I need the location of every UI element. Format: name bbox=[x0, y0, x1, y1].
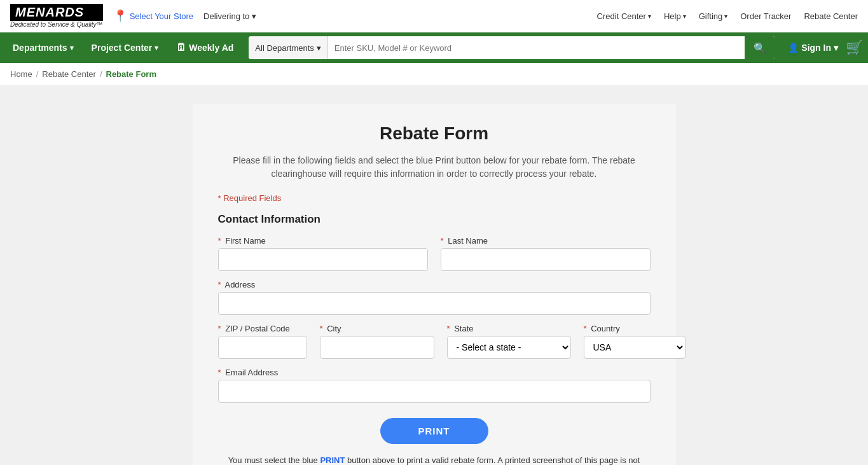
weekly-ad-nav[interactable]: 🗓 Weekly Ad bbox=[169, 32, 241, 63]
help-link[interactable]: Help ▾ bbox=[664, 11, 686, 21]
country-field: * Country USA Canada bbox=[584, 324, 685, 359]
rebate-center-link[interactable]: Rebate Center bbox=[804, 11, 858, 21]
gifting-link[interactable]: Gifting ▾ bbox=[699, 11, 728, 21]
required-star: * bbox=[218, 280, 221, 289]
breadcrumb-rebate-center[interactable]: Rebate Center bbox=[42, 69, 96, 79]
weekly-ad-icon: 🗓 bbox=[176, 42, 186, 53]
address-field: * Address bbox=[218, 280, 651, 315]
project-center-nav[interactable]: Project Center ▾ bbox=[84, 32, 167, 63]
nav-bar: Departments ▾ Project Center ▾ 🗓 Weekly … bbox=[0, 32, 868, 63]
chevron-down-icon: ▾ bbox=[317, 43, 321, 53]
breadcrumb-separator: / bbox=[100, 69, 102, 79]
required-star: * bbox=[584, 324, 587, 333]
cart-icon[interactable]: 🛒 bbox=[846, 39, 863, 56]
chevron-down-icon: ▾ bbox=[648, 13, 651, 20]
pin-icon: 📍 bbox=[113, 9, 127, 23]
search-input[interactable] bbox=[328, 43, 745, 53]
email-label: * Email Address bbox=[218, 368, 651, 377]
required-star: * bbox=[447, 324, 450, 333]
chevron-down-icon: ▾ bbox=[155, 44, 158, 52]
logo-area: MENARDS Dedicated to Service & Quality™ bbox=[10, 4, 103, 28]
zip-field: * ZIP / Postal Code bbox=[218, 324, 307, 359]
logo: MENARDS bbox=[10, 4, 103, 21]
search-button[interactable]: 🔍 bbox=[745, 36, 775, 59]
store-select[interactable]: 📍 Select Your Store bbox=[113, 9, 193, 23]
signin-area[interactable]: 👤 Sign In ▾ bbox=[783, 43, 843, 53]
required-star: * bbox=[218, 236, 221, 246]
state-field: * State - Select a state - Alabama Alask… bbox=[447, 324, 571, 359]
chevron-down-icon: ▾ bbox=[834, 43, 838, 53]
email-field: * Email Address bbox=[218, 368, 651, 403]
location-row: * ZIP / Postal Code * City * State - Sel bbox=[218, 324, 651, 359]
main-content: Rebate Form Please fill in the following… bbox=[0, 85, 868, 465]
delivering-to[interactable]: Delivering to ▾ bbox=[203, 11, 256, 21]
search-dept-select[interactable]: All Departments ▾ bbox=[249, 36, 327, 59]
email-input[interactable] bbox=[218, 380, 651, 403]
search-dept-label: All Departments bbox=[255, 43, 313, 53]
delivering-to-label: Delivering to bbox=[203, 11, 249, 21]
chevron-down-icon: ▾ bbox=[70, 44, 74, 52]
project-center-label: Project Center bbox=[92, 43, 153, 53]
chevron-down-icon: ▾ bbox=[683, 13, 686, 20]
zip-label: * ZIP / Postal Code bbox=[218, 324, 307, 333]
first-name-input[interactable] bbox=[218, 248, 428, 271]
order-tracker-link[interactable]: Order Tracker bbox=[740, 11, 791, 21]
departments-nav[interactable]: Departments ▾ bbox=[5, 32, 81, 63]
chevron-down-icon: ▾ bbox=[252, 11, 256, 21]
zip-input[interactable] bbox=[218, 336, 307, 359]
last-name-input[interactable] bbox=[441, 248, 651, 271]
credit-center-link[interactable]: Credit Center ▾ bbox=[597, 11, 651, 21]
city-input[interactable] bbox=[320, 336, 434, 359]
state-select[interactable]: - Select a state - Alabama Alaska Arizon… bbox=[447, 336, 571, 359]
top-bar-left: MENARDS Dedicated to Service & Quality™ … bbox=[10, 4, 256, 28]
city-label: * City bbox=[320, 324, 434, 333]
required-star: * bbox=[441, 236, 444, 246]
breadcrumb-home[interactable]: Home bbox=[10, 69, 32, 79]
breadcrumb: Home / Rebate Center / Rebate Form bbox=[0, 63, 868, 85]
required-star: * bbox=[218, 324, 221, 333]
required-star: * bbox=[320, 324, 323, 333]
print-note: You must select the blue PRINT button ab… bbox=[218, 454, 651, 465]
signin-label: Sign In bbox=[801, 43, 831, 53]
city-field: * City bbox=[320, 324, 434, 359]
search-bar: All Departments ▾ 🔍 bbox=[249, 36, 775, 59]
country-select[interactable]: USA Canada bbox=[584, 336, 685, 359]
rebate-form-container: Rebate Form Please fill in the following… bbox=[193, 104, 676, 465]
logo-tagline: Dedicated to Service & Quality™ bbox=[10, 21, 103, 28]
user-icon: 👤 bbox=[788, 43, 799, 53]
address-row: * Address bbox=[218, 280, 651, 315]
top-bar: MENARDS Dedicated to Service & Quality™ … bbox=[0, 0, 868, 32]
print-btn-container: PRINT bbox=[218, 418, 651, 444]
form-description: Please fill in the following fields and … bbox=[218, 154, 651, 181]
first-name-label: * First Name bbox=[218, 236, 428, 246]
country-label: * Country bbox=[584, 324, 685, 333]
print-button[interactable]: PRINT bbox=[380, 418, 488, 444]
last-name-field: * Last Name bbox=[441, 236, 651, 271]
weekly-ad-label: Weekly Ad bbox=[189, 43, 233, 53]
breadcrumb-current: Rebate Form bbox=[106, 69, 156, 79]
name-row: * First Name * Last Name bbox=[218, 236, 651, 271]
chevron-down-icon: ▾ bbox=[724, 13, 727, 20]
state-label: * State bbox=[447, 324, 571, 333]
email-row: * Email Address bbox=[218, 368, 651, 403]
store-select-label: Select Your Store bbox=[130, 11, 193, 21]
first-name-field: * First Name bbox=[218, 236, 428, 271]
last-name-label: * Last Name bbox=[441, 236, 651, 246]
address-input[interactable] bbox=[218, 292, 651, 315]
form-title: Rebate Form bbox=[218, 123, 651, 144]
contact-info-section-title: Contact Information bbox=[218, 213, 651, 226]
required-note: * Required Fields bbox=[218, 193, 651, 203]
departments-label: Departments bbox=[13, 43, 67, 53]
top-bar-right: Credit Center ▾ Help ▾ Gifting ▾ Order T… bbox=[597, 11, 858, 21]
address-label: * Address bbox=[218, 280, 651, 289]
required-star: * bbox=[218, 368, 221, 377]
breadcrumb-separator: / bbox=[36, 69, 39, 79]
